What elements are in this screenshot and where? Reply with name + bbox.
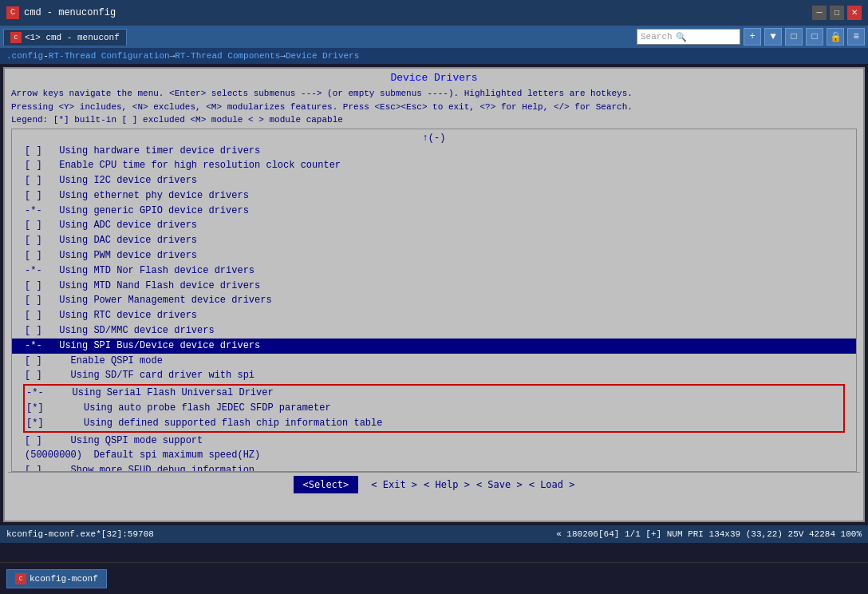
menu-item-sdmmc[interactable]: [ ] Using SD/MMC device drivers — [12, 323, 856, 339]
help-text: Arrow keys navigate the menu. <Enter> se… — [5, 85, 863, 129]
menu-item-adc[interactable]: [ ] Using ADC device drivers — [12, 218, 856, 233]
cmd-tab-icon: C — [10, 32, 22, 43]
breadcrumb: .config - RT-Thread Configuration → RT-T… — [0, 48, 868, 64]
menu-item-cpu-time[interactable]: [ ] Enable CPU time for high resolution … — [12, 158, 856, 173]
menu-item-spi-speed[interactable]: (50000000) Default spi maximum speed(HZ) — [12, 448, 856, 463]
menu-item-power-mgmt[interactable]: [ ] Using Power Management device driver… — [12, 293, 856, 308]
menu-item-flash-table[interactable]: [*] Using defined supported flash chip i… — [25, 416, 843, 431]
app-icon: C — [6, 6, 19, 19]
help-line-2: Pressing <Y> includes, <N> excludes, <M>… — [11, 101, 857, 114]
title-bar: C cmd - menuconfig ─ □ ✕ — [0, 0, 868, 26]
device-drivers-title: Device Drivers — [5, 69, 863, 85]
status-right: « 180206[64] 1/1 [+] NUM PRI 134x39 (33,… — [556, 529, 862, 539]
view-button1[interactable]: □ — [785, 28, 803, 46]
minimize-button[interactable]: ─ — [812, 6, 827, 20]
menu-button[interactable]: ≡ — [847, 28, 865, 46]
cmd-tab[interactable]: C <1> cmd - menuconf — [3, 29, 127, 46]
menu-item-rtc[interactable]: [ ] Using RTC device drivers — [12, 308, 856, 323]
taskbar: C kconfig-mconf — [0, 562, 868, 594]
menu-item-qspi[interactable]: [ ] Enable QSPI mode — [12, 354, 856, 369]
exit-text[interactable]: < Exit > — [371, 479, 417, 490]
taskbar-label: kconfig-mconf — [30, 574, 98, 584]
menu-item-spi-selected[interactable]: -*- Using SPI Bus/Device device drivers — [12, 339, 856, 354]
toolbar-right: Search 🔍 + ▼ □ □ 🔒 ≡ — [637, 28, 865, 46]
breadcrumb-rtthread: RT-Thread Configuration — [49, 51, 170, 61]
help-line-1: Arrow keys navigate the menu. <Enter> se… — [11, 87, 857, 101]
select-button[interactable]: <Select> — [294, 476, 359, 493]
menu-item-i2c[interactable]: [ ] Using I2C device drivers — [12, 173, 856, 188]
menu-item-jedec[interactable]: [*] Using auto probe flash JEDEC SFDP pa… — [25, 401, 843, 416]
search-placeholder: Search — [641, 32, 673, 42]
breadcrumb-components: RT-Thread Components — [175, 51, 280, 61]
taskbar-icon: C — [15, 573, 26, 584]
help-line-3: Legend: [*] built-in [ ] excluded <M> mo… — [11, 113, 857, 127]
breadcrumb-arrow1: → — [170, 51, 176, 61]
menu-item-pwm[interactable]: [ ] Using PWM device drivers — [12, 248, 856, 263]
menu-item-sfud-debug[interactable]: [ ] Show more SFUD debug information — [12, 463, 856, 471]
menu-item-sdtf[interactable]: [ ] Using SD/TF card driver with spi — [12, 368, 856, 383]
menu-item-gpio[interactable]: -*- Using generic GPIO device drivers — [12, 204, 856, 219]
status-bar: kconfig-mconf.exe*[32]:59708 « 180206[64… — [0, 525, 868, 543]
save-text[interactable]: < Save > — [476, 479, 523, 490]
load-text[interactable]: < Load > — [529, 479, 575, 490]
help-text-btn[interactable]: < Help > — [424, 479, 470, 490]
breadcrumb-devicedrivers: Device Drivers — [286, 51, 359, 61]
menu-item-qspi-support[interactable]: [ ] Using QSPI mode support — [12, 434, 856, 449]
highlighted-group: -*- Using Serial Flash Universal Driver … — [23, 384, 845, 432]
menu-item-dac[interactable]: [ ] Using DAC device drivers — [12, 233, 856, 248]
menu-item-mtd-nor[interactable]: -*- Using MTD Nor Flash device drivers — [12, 263, 856, 279]
menu-item-mtd-nand[interactable]: [ ] Using MTD Nand Flash device drivers — [12, 279, 856, 294]
window-controls: ─ □ ✕ — [812, 6, 862, 20]
add-button[interactable]: + — [744, 28, 761, 46]
main-area: Device Drivers Arrow keys navigate the m… — [3, 67, 865, 522]
maximize-button[interactable]: □ — [830, 6, 844, 20]
bottom-bar: <Select> < Exit > < Help > < Save > < Lo… — [8, 472, 860, 497]
menu-item-sfud[interactable]: -*- Using Serial Flash Universal Driver — [25, 386, 843, 401]
menu-item-ethernet-phy[interactable]: [ ] Using ethernet phy device drivers — [12, 188, 856, 204]
dropdown-button[interactable]: ▼ — [764, 28, 782, 46]
window-title: cmd - menuconfig — [24, 7, 812, 18]
taskbar-item[interactable]: C kconfig-mconf — [6, 569, 107, 588]
menu-list[interactable]: ↑(-) [ ] Using hardware timer device dri… — [11, 129, 857, 472]
breadcrumb-sep1: - — [43, 51, 49, 61]
breadcrumb-arrow2: → — [280, 51, 286, 61]
cmd-tab-label: <1> cmd - menuconf — [25, 33, 120, 42]
status-left: kconfig-mconf.exe*[32]:59708 — [6, 529, 154, 539]
menu-item-hardware-timer[interactable]: [ ] Using hardware timer device drivers — [12, 144, 856, 159]
search-icon: 🔍 — [676, 32, 687, 42]
view-button2[interactable]: □ — [806, 28, 823, 46]
search-box[interactable]: Search 🔍 — [637, 29, 740, 45]
close-button[interactable]: ✕ — [847, 6, 862, 20]
scroll-top-indicator: ↑(-) — [12, 133, 856, 144]
lock-button[interactable]: 🔒 — [827, 28, 844, 46]
menu-bar: C <1> cmd - menuconf Search 🔍 + ▼ □ □ 🔒 … — [0, 26, 868, 48]
breadcrumb-config: .config — [6, 51, 43, 61]
